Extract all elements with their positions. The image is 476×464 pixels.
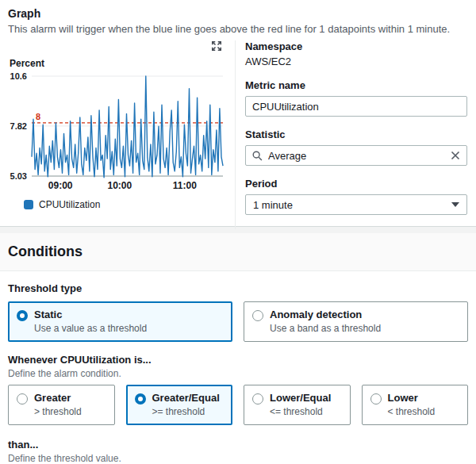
option-title: Lower/Equal — [270, 392, 331, 405]
option-subtitle: >= threshold — [152, 406, 220, 418]
option-subtitle: > threshold — [34, 406, 82, 418]
legend-label: CPUUtilization — [39, 199, 100, 210]
radio-greater[interactable] — [17, 393, 28, 405]
option-subtitle: <= threshold — [270, 406, 331, 418]
operator-sublabel: Define the alarm condition. — [8, 368, 468, 380]
radio-anomaly-detection[interactable] — [252, 310, 263, 321]
metric-fields-panel: Namespace AWS/EC2 Metric name Statistic — [235, 40, 468, 229]
search-icon — [252, 151, 263, 161]
operator-label: Whenever CPUUtilization is... — [8, 354, 468, 366]
statistic-input[interactable] — [268, 150, 445, 162]
conditions-title: Conditions — [0, 233, 476, 271]
metric-line — [32, 76, 223, 178]
radio-static[interactable] — [17, 310, 28, 321]
conditions-section: Conditions Threshold type StaticUse a va… — [0, 233, 476, 464]
metric-line-chart: 10.67.825.0309:0010:0011:008 — [8, 71, 225, 193]
option-subtitle: Use a value as a threshold — [34, 323, 147, 335]
option-subtitle: Use a band as a threshold — [270, 323, 381, 335]
option-title: Greater — [34, 392, 82, 405]
graph-section: Graph This alarm will trigger when the b… — [0, 0, 476, 227]
statistic-search-box[interactable] — [245, 145, 467, 166]
period-select[interactable]: 1 minute — [245, 194, 467, 215]
radio-lower[interactable] — [370, 393, 382, 405]
option-title: Static — [34, 309, 147, 321]
y-tick-label: 10.6 — [10, 71, 27, 81]
metric-name-label: Metric name — [245, 79, 467, 91]
expand-icon[interactable] — [211, 40, 222, 52]
namespace-value: AWS/EC2 — [245, 56, 467, 67]
option-lower-equal[interactable]: Lower/Equal<= threshold — [244, 385, 351, 425]
option-lower[interactable]: Lower< threshold — [362, 385, 469, 425]
chevron-down-icon — [451, 202, 459, 207]
chart-panel: Percent 10.67.825.0309:0010:0011:008 CPU… — [8, 40, 235, 229]
y-axis-unit-label: Percent — [10, 58, 235, 69]
period-value: 1 minute — [253, 199, 293, 211]
graph-section-title: Graph — [8, 6, 468, 21]
operator-options: Greater> thresholdGreater/Equal>= thresh… — [8, 385, 468, 425]
x-tick-label: 11:00 — [173, 180, 197, 191]
option-greater[interactable]: Greater> threshold — [8, 385, 115, 425]
option-subtitle: < threshold — [388, 406, 436, 418]
option-title: Lower — [388, 392, 436, 405]
threshold-label: 8 — [36, 112, 40, 121]
statistic-label: Statistic — [245, 128, 467, 140]
y-tick-label: 7.82 — [10, 121, 27, 131]
radio-greater-equal[interactable] — [135, 393, 146, 405]
option-title: Greater/Equal — [152, 392, 220, 405]
legend-swatch — [24, 200, 33, 209]
option-static[interactable]: StaticUse a value as a threshold — [8, 301, 232, 342]
graph-description: This alarm will trigger when the blue li… — [8, 22, 468, 36]
threshold-type-options: StaticUse a value as a thresholdAnomaly … — [8, 301, 468, 342]
option-title: Anomaly detection — [270, 309, 381, 321]
namespace-label: Namespace — [245, 40, 467, 52]
threshold-value-label: than... — [8, 439, 468, 451]
threshold-type-label: Threshold type — [8, 282, 468, 295]
radio-lower-equal[interactable] — [252, 393, 263, 405]
option-greater-equal[interactable]: Greater/Equal>= threshold — [126, 385, 233, 425]
x-tick-label: 09:00 — [48, 180, 73, 191]
chart-legend: CPUUtilization — [24, 199, 235, 210]
period-label: Period — [245, 178, 467, 190]
y-tick-label: 5.03 — [10, 171, 27, 181]
threshold-value-sublabel: Define the threshold value. — [8, 453, 468, 464]
x-tick-label: 10:00 — [108, 180, 132, 191]
option-anomaly-detection[interactable]: Anomaly detectionUse a band as a thresho… — [244, 301, 468, 342]
metric-name-input[interactable] — [245, 96, 467, 117]
close-icon[interactable] — [451, 151, 460, 160]
